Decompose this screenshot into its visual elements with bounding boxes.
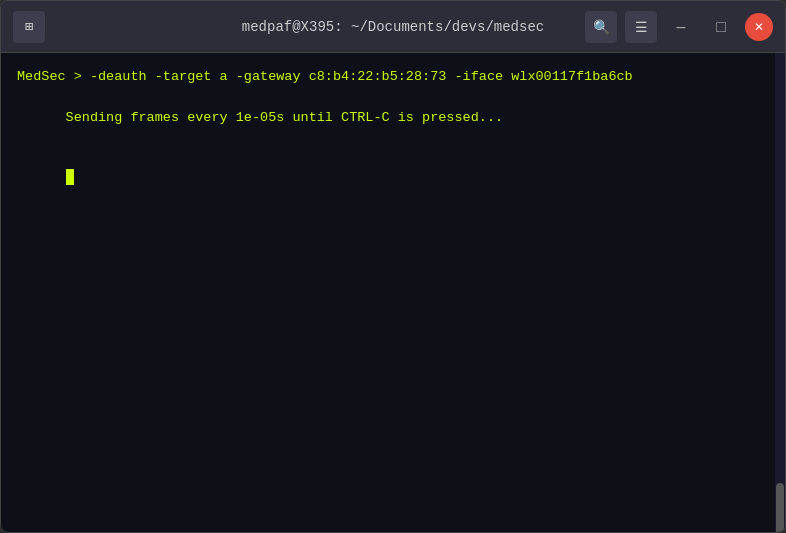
terminal-window: ⊞ medpaf@X395: ~/Documents/devs/medsec 🔍… (0, 0, 786, 533)
scrollbar-track[interactable] (775, 53, 785, 532)
close-button[interactable]: ✕ (745, 13, 773, 41)
minimize-icon: – (677, 18, 686, 36)
terminal-line-2: Sending frames every 1e-05s until CTRL-C… (17, 87, 769, 148)
hamburger-icon: ☰ (635, 19, 648, 35)
menu-button[interactable]: ☰ (625, 11, 657, 43)
close-icon: ✕ (754, 20, 764, 34)
titlebar: ⊞ medpaf@X395: ~/Documents/devs/medsec 🔍… (1, 1, 785, 53)
maximize-icon: □ (716, 18, 726, 36)
search-icon: 🔍 (593, 19, 610, 35)
pin-button[interactable]: ⊞ (13, 11, 45, 43)
maximize-button[interactable]: □ (705, 11, 737, 43)
titlebar-controls: 🔍 ☰ – □ ✕ (585, 11, 773, 43)
titlebar-left: ⊞ (13, 11, 45, 43)
minimize-button[interactable]: – (665, 11, 697, 43)
terminal-body[interactable]: MedSec > -deauth -target a -gateway c8:b… (1, 53, 785, 532)
window-title: medpaf@X395: ~/Documents/devs/medsec (242, 19, 544, 35)
search-button[interactable]: 🔍 (585, 11, 617, 43)
terminal-cursor (66, 169, 74, 185)
terminal-cursor-line (17, 148, 769, 209)
scrollbar-thumb[interactable] (776, 483, 784, 532)
terminal-line-1: MedSec > -deauth -target a -gateway c8:b… (17, 67, 769, 87)
pin-icon: ⊞ (25, 18, 33, 35)
